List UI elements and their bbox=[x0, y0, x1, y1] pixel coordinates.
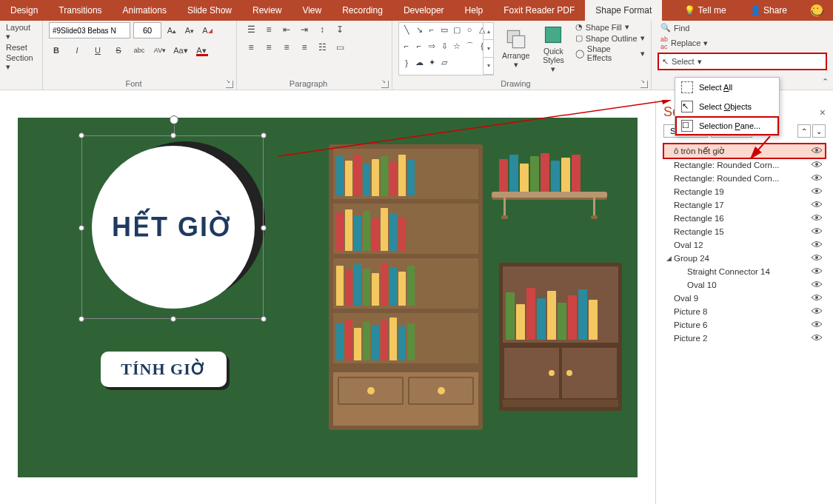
user-avatar[interactable] bbox=[800, 4, 833, 16]
tab-foxit[interactable]: Foxit Reader PDF bbox=[493, 0, 585, 21]
shape-action-icon[interactable]: ▱ bbox=[438, 58, 450, 68]
italic-button[interactable]: I bbox=[70, 43, 84, 58]
change-case-button[interactable]: Aa▾ bbox=[173, 43, 188, 58]
reset-button[interactable]: Reset bbox=[6, 42, 36, 53]
visibility-toggle-icon[interactable] bbox=[811, 307, 823, 316]
increase-indent-button[interactable]: ⇥ bbox=[296, 22, 312, 37]
object-list-item[interactable]: Rectangle 15 bbox=[663, 225, 826, 238]
bring-forward-button[interactable]: ⌃ bbox=[797, 124, 811, 138]
object-list-item[interactable]: Oval 12 bbox=[663, 238, 826, 252]
object-list-item[interactable]: Picture 8 bbox=[663, 305, 826, 318]
convert-smartart-button[interactable]: ▭ bbox=[332, 40, 348, 55]
font-dialog-launcher[interactable] bbox=[226, 81, 233, 88]
shape-brace2-icon[interactable]: } bbox=[401, 58, 412, 68]
start-timer-button[interactable]: TÍNH GIỜ bbox=[101, 352, 227, 387]
arrange-button[interactable]: Arrange▾ bbox=[500, 22, 532, 75]
shape-line-icon[interactable]: ╲ bbox=[401, 24, 412, 35]
decrease-indent-button[interactable]: ⇤ bbox=[278, 22, 295, 37]
visibility-toggle-icon[interactable] bbox=[811, 254, 823, 263]
tab-review[interactable]: Review bbox=[242, 0, 292, 21]
shape-arrow3-icon[interactable]: ⇩ bbox=[438, 41, 450, 51]
selection-pane-item[interactable]: ☐ Selection Pane... bbox=[675, 116, 779, 135]
tab-view[interactable]: View bbox=[292, 0, 332, 21]
shape-star-icon[interactable]: ☆ bbox=[451, 41, 463, 51]
strikethrough-button[interactable]: S bbox=[111, 43, 126, 58]
tab-shape-format[interactable]: Shape Format bbox=[585, 0, 662, 21]
layout-button[interactable]: Layout ▾ bbox=[6, 22, 36, 42]
shape-l-icon[interactable]: ⌐ bbox=[413, 41, 425, 51]
object-list-item[interactable]: Rectangle: Rounded Corn... bbox=[663, 172, 826, 185]
share-button[interactable]: 👤 Share bbox=[740, 5, 797, 16]
object-list-item[interactable]: Rectangle 19 bbox=[663, 185, 826, 198]
resize-handle-br[interactable] bbox=[261, 316, 267, 322]
shape-rect-icon[interactable]: ▭ bbox=[438, 24, 450, 35]
bold-button[interactable]: B bbox=[49, 43, 64, 58]
object-list-item[interactable]: Picture 6 bbox=[663, 318, 826, 332]
object-list-item[interactable]: Oval 10 bbox=[663, 278, 826, 292]
bullets-button[interactable]: ☰ bbox=[243, 22, 259, 37]
visibility-toggle-icon[interactable] bbox=[811, 201, 823, 209]
send-backward-button[interactable]: ⌄ bbox=[812, 124, 826, 138]
increase-font-button[interactable]: A▴ bbox=[164, 23, 179, 38]
align-right-button[interactable]: ≡ bbox=[278, 40, 295, 55]
visibility-toggle-icon[interactable] bbox=[811, 294, 823, 303]
tell-me-button[interactable]: 💡 Tell me bbox=[674, 5, 736, 16]
replace-button[interactable]: abacReplace ▾ bbox=[658, 35, 827, 51]
shape-outline-button[interactable]: ▢Shape Outline ▾ bbox=[575, 33, 645, 43]
section-button[interactable]: Section ▾ bbox=[6, 53, 36, 73]
line-spacing-button[interactable]: ↕ bbox=[314, 22, 330, 37]
object-list-item[interactable]: Rectangle 16 bbox=[663, 212, 826, 225]
align-center-button[interactable]: ≡ bbox=[261, 40, 277, 55]
rotate-handle[interactable] bbox=[170, 115, 178, 124]
resize-handle-bl[interactable] bbox=[78, 316, 84, 322]
paragraph-dialog-launcher[interactable] bbox=[381, 81, 389, 88]
shapes-scroll[interactable]: ▴▾▾ bbox=[483, 23, 493, 75]
quick-styles-button[interactable]: Quick Styles▾ bbox=[538, 22, 569, 75]
shape-connector-icon[interactable]: ⌐ bbox=[426, 24, 438, 35]
resize-handle-ml[interactable] bbox=[78, 225, 84, 231]
resize-handle-bm[interactable] bbox=[170, 316, 176, 322]
collapse-ribbon-button[interactable]: ⌃ bbox=[822, 77, 829, 87]
columns-button[interactable]: ☷ bbox=[314, 40, 330, 55]
object-list-item[interactable]: Rectangle 17 bbox=[663, 198, 826, 212]
shape-effects-button[interactable]: ◯Shape Effects ▾ bbox=[575, 44, 645, 62]
object-list-item[interactable]: Rectangle: Rounded Corn... bbox=[663, 158, 826, 172]
align-left-button[interactable]: ≡ bbox=[243, 40, 259, 55]
font-color-button[interactable]: A▾ bbox=[194, 43, 209, 58]
visibility-toggle-icon[interactable] bbox=[811, 147, 823, 155]
tab-recording[interactable]: Recording bbox=[332, 0, 393, 21]
visibility-toggle-icon[interactable] bbox=[811, 280, 823, 289]
shape-fill-button[interactable]: ◔Shape Fill ▾ bbox=[575, 22, 645, 32]
visibility-toggle-icon[interactable] bbox=[811, 267, 823, 276]
visibility-toggle-icon[interactable] bbox=[811, 320, 823, 329]
object-list-item[interactable]: Oval 9 bbox=[663, 292, 826, 305]
shapes-gallery[interactable]: ╲ ↘ ⌐ ▭ ▢ ○ △ ⌐ ⌐ ⇨ ⇩ ☆ ⌒ { } ☁ ✦ ▱ ▴▾▾ bbox=[398, 22, 494, 75]
resize-handle-tm[interactable] bbox=[170, 132, 176, 138]
shape-arrow2-icon[interactable]: ⇨ bbox=[426, 41, 438, 51]
text-shadow-button[interactable]: abc bbox=[132, 43, 147, 58]
close-selection-pane-button[interactable]: × bbox=[820, 107, 826, 118]
tab-animations[interactable]: Animations bbox=[113, 0, 177, 21]
visibility-toggle-icon[interactable] bbox=[811, 174, 823, 183]
text-direction-button[interactable]: ↧ bbox=[332, 22, 348, 37]
tab-help[interactable]: Help bbox=[455, 0, 494, 21]
object-list-item[interactable]: ◢Group 24 bbox=[663, 252, 826, 265]
visibility-toggle-icon[interactable] bbox=[811, 227, 823, 236]
shape-curve-icon[interactable]: ⌒ bbox=[464, 41, 475, 51]
select-objects-item[interactable]: ↖ Select Objects bbox=[675, 97, 779, 116]
decrease-font-button[interactable]: A▾ bbox=[182, 23, 197, 38]
tab-transitions[interactable]: Transitions bbox=[48, 0, 112, 21]
drawing-dialog-launcher[interactable] bbox=[640, 81, 648, 88]
slide-canvas[interactable]: HẾT GIỜ TÍNH GIỜ bbox=[18, 118, 638, 477]
tab-developer[interactable]: Developer bbox=[393, 0, 455, 21]
object-list-item[interactable]: Straight Connector 14 bbox=[663, 265, 826, 278]
font-name-input[interactable] bbox=[49, 22, 130, 38]
selection-bounding-box[interactable] bbox=[81, 135, 264, 319]
visibility-toggle-icon[interactable] bbox=[811, 161, 823, 169]
select-button[interactable]: ↖Select ▾ bbox=[658, 53, 827, 70]
shape-star4-icon[interactable]: ✦ bbox=[426, 58, 438, 68]
visibility-toggle-icon[interactable] bbox=[811, 334, 823, 343]
visibility-toggle-icon[interactable] bbox=[811, 241, 823, 249]
shape-elbow-icon[interactable]: ⌐ bbox=[401, 41, 412, 51]
numbering-button[interactable]: ≡ bbox=[261, 22, 277, 37]
